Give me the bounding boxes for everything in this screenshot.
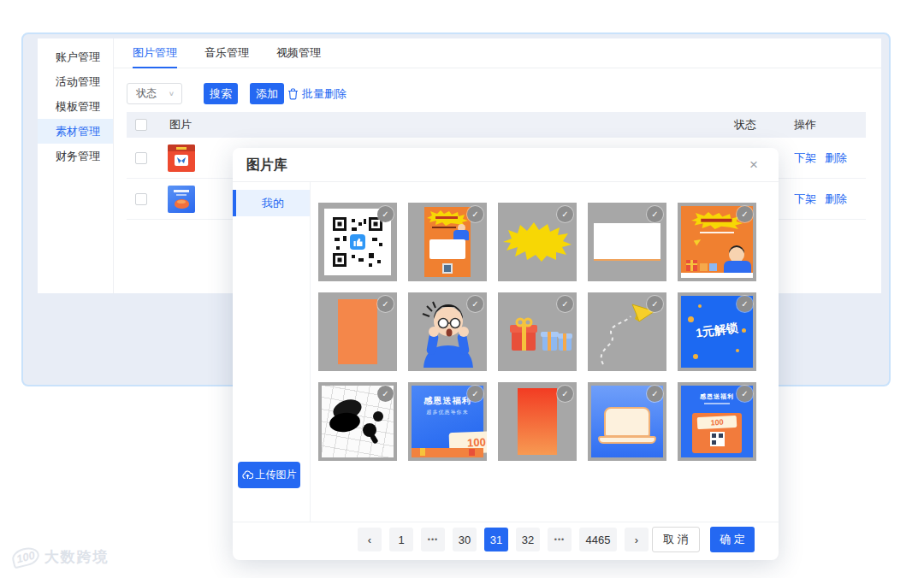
row-checkbox[interactable]: [135, 193, 147, 205]
white-banner-art: [594, 223, 660, 261]
tile-laptop-illustration[interactable]: ✓: [588, 382, 666, 461]
pagination-next[interactable]: ›: [625, 528, 649, 551]
watermark-brand: 大数跨境: [44, 547, 110, 567]
tile-shouting-person[interactable]: ✓: [408, 292, 487, 371]
image-library-dialog: 图片库 × 我的 上传图片 ✓: [233, 148, 779, 560]
row-thumbnail-red-poster: [168, 144, 195, 172]
dialog-title: 图片库: [246, 148, 287, 182]
cloud-upload-icon: [242, 470, 253, 480]
dialog-header: 图片库 ×: [233, 148, 779, 182]
butterfly-icon: [177, 157, 186, 164]
tile-earbuds-photo[interactable]: ✓: [318, 382, 397, 461]
delete-link[interactable]: 删除: [825, 192, 847, 207]
qr-poster-amount: 100: [697, 416, 737, 429]
tile-orange-poster-portrait[interactable]: ✓: [408, 203, 487, 281]
delete-link[interactable]: 删除: [825, 150, 847, 166]
check-icon: ✓: [647, 386, 663, 402]
tile-orange-gradient-rectangle[interactable]: ✓: [498, 382, 577, 461]
tile-blue-qr-coupon-poster[interactable]: ✓ 感恩送福利 100: [678, 382, 756, 461]
tab-music-management[interactable]: 音乐管理: [204, 38, 249, 68]
check-icon: ✓: [647, 206, 663, 222]
coupon-subtitle: 超多优惠等你来: [412, 409, 483, 416]
tile-orange-rectangle[interactable]: ✓: [318, 292, 397, 371]
check-icon: ✓: [647, 296, 663, 312]
column-header-status: 状态: [734, 117, 756, 133]
column-header-actions: 操作: [794, 117, 816, 133]
coupon-pedestal: [412, 448, 483, 457]
status-select-value: 状态: [136, 86, 157, 101]
row-checkbox[interactable]: [135, 152, 147, 164]
pagination-page-4465[interactable]: 4465: [579, 528, 617, 551]
tile-paper-plane[interactable]: ✓: [588, 292, 666, 371]
close-icon[interactable]: ×: [749, 156, 758, 174]
tab-image-management[interactable]: 图片管理: [133, 38, 177, 68]
status-select[interactable]: 状态 ∨: [127, 83, 182, 104]
offline-link[interactable]: 下架: [794, 192, 816, 207]
tile-white-banner[interactable]: ✓: [588, 203, 666, 281]
select-all-checkbox[interactable]: [135, 119, 147, 131]
tile-qr-code-image[interactable]: ✓: [318, 203, 397, 281]
pagination-page-30[interactable]: 30: [453, 528, 477, 551]
search-button[interactable]: 搜索: [204, 83, 238, 104]
sidebar-item-template[interactable]: 模板管理: [38, 94, 113, 119]
poster-band: [168, 144, 195, 151]
tab-video-management[interactable]: 视频管理: [276, 38, 321, 68]
check-icon: ✓: [737, 206, 753, 222]
divider: [310, 182, 311, 522]
tile-orange-promo-square[interactable]: ✓: [678, 203, 756, 281]
orange-poster-art: [424, 207, 471, 277]
sidebar-item-finance[interactable]: 财务管理: [38, 144, 113, 168]
tile-gift-boxes[interactable]: ✓: [498, 292, 577, 371]
check-icon: ✓: [377, 296, 394, 312]
pagination-page-31-active[interactable]: 31: [484, 528, 508, 551]
sidebar-item-account[interactable]: 账户管理: [38, 44, 113, 69]
page: 账户管理 活动管理 模板管理 素材管理 财务管理 图片管理 音乐管理 视频管理 …: [0, 0, 924, 578]
check-icon: ✓: [467, 386, 483, 402]
qr-poster-qr: [710, 432, 725, 446]
trash-icon: [287, 88, 299, 100]
row-thumbnail-blue-poster: [168, 186, 195, 213]
gradient-rectangle-art: [518, 388, 557, 455]
upload-image-label: 上传图片: [256, 468, 297, 482]
table-header: 图片 状态 操作: [127, 112, 866, 138]
confirm-button[interactable]: 确 定: [710, 527, 755, 552]
pagination-page-32[interactable]: 32: [516, 528, 540, 551]
pagination-prev[interactable]: ‹: [358, 528, 382, 551]
check-icon: ✓: [467, 296, 483, 312]
chevron-down-icon: ∨: [169, 90, 175, 97]
sidebar: 账户管理 活动管理 模板管理 素材管理 财务管理: [38, 38, 114, 293]
tile-blue-coupon-poster[interactable]: ✓ 感恩送福利 超多优惠等你来 100: [408, 382, 487, 461]
add-button[interactable]: 添加: [250, 83, 284, 104]
qr-poster-box: 100: [692, 413, 742, 453]
tile-yellow-starburst[interactable]: ✓: [498, 203, 577, 281]
check-icon: ✓: [737, 386, 753, 402]
orange-rectangle-art: [338, 299, 377, 364]
offline-link[interactable]: 下架: [794, 150, 816, 166]
check-icon: ✓: [557, 206, 573, 222]
batch-delete-button[interactable]: 批量删除: [287, 83, 346, 104]
check-icon: ✓: [557, 386, 573, 402]
pagination-page-1[interactable]: 1: [389, 528, 413, 551]
tile-blue-unlock-banner[interactable]: ✓ 1元解锁: [678, 292, 756, 371]
check-icon: ✓: [737, 296, 753, 312]
divider: [233, 522, 779, 522]
tab-bar: 图片管理 音乐管理 视频管理: [114, 38, 881, 68]
poster-center: [175, 155, 188, 166]
poster-white-box: [429, 239, 465, 259]
sidebar-item-material[interactable]: 素材管理: [38, 119, 113, 144]
library-nav-mine[interactable]: 我的: [233, 190, 310, 216]
check-icon: ✓: [377, 386, 394, 402]
pagination-ellipsis[interactable]: •••: [548, 528, 572, 551]
upload-image-button[interactable]: 上传图片: [238, 462, 300, 488]
check-icon: ✓: [467, 206, 483, 222]
pagination-ellipsis[interactable]: •••: [421, 528, 445, 551]
batch-delete-label: 批量删除: [302, 86, 346, 102]
coupon-blob: [175, 199, 189, 209]
poster-qr: [442, 263, 453, 274]
watermark: 100 大数跨境: [12, 547, 110, 567]
watermark-logo-icon: 100: [10, 545, 41, 569]
column-header-image: 图片: [169, 117, 192, 133]
check-icon: ✓: [557, 296, 573, 312]
cancel-button[interactable]: 取 消: [652, 527, 700, 552]
sidebar-item-activity[interactable]: 活动管理: [38, 69, 113, 94]
